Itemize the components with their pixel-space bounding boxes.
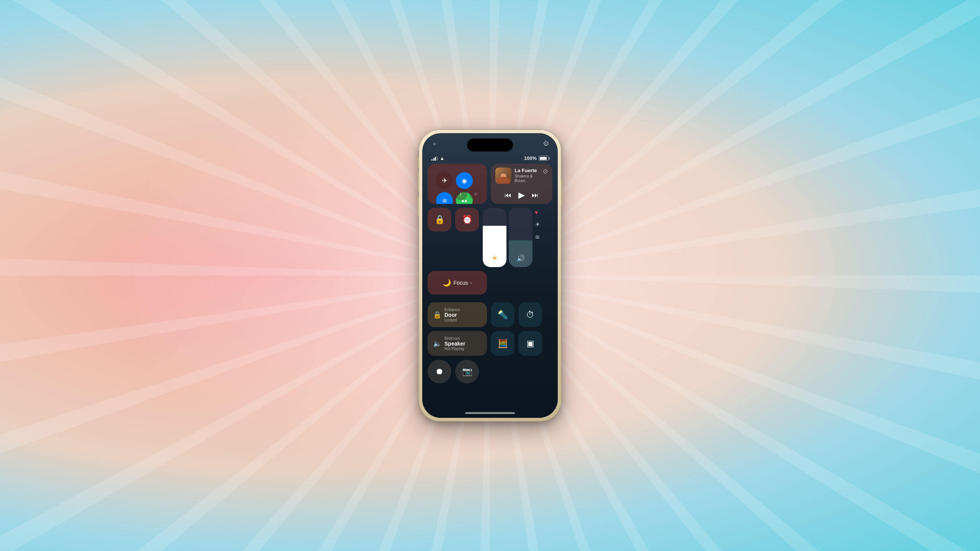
focus-label: Focus <box>453 280 468 286</box>
calculator-icon: 🧮 <box>498 339 508 349</box>
phone-frame: ▲ 100% ＋ ⏻ ✈ <box>419 130 561 421</box>
home-indicator <box>465 412 515 414</box>
mute-button[interactable] <box>418 157 419 168</box>
cc-row-1: ✈ ◉ ≋ ●● ᛒ ⊙ <box>428 164 552 204</box>
brightness-slider[interactable]: ☀ <box>483 208 506 267</box>
speaker-label-small: Bedroom <box>444 336 465 341</box>
battery-percent: 100% <box>524 155 537 161</box>
signal-bar-3 <box>435 157 436 161</box>
album-art <box>495 168 511 184</box>
focus-moon-icon: 🌙 <box>443 279 451 287</box>
rewind-button[interactable]: ⏮ <box>505 191 511 199</box>
battery-fill <box>540 157 547 160</box>
signal-wifi-area: ▲ <box>431 155 444 161</box>
control-center: ✈ ◉ ≋ ●● ᛒ ⊙ <box>428 164 552 406</box>
flashlight-button[interactable]: 🔦 <box>491 302 514 327</box>
sliders-area: ☀ 🔊 ♥ ☀ ≋ <box>483 208 540 267</box>
cast-button[interactable]: ⊙ <box>469 188 482 200</box>
cc-row-focus: 🌙 Focus › <box>428 271 552 298</box>
heart-icon[interactable]: ♥ <box>535 209 540 215</box>
fast-forward-button[interactable]: ⏭ <box>532 191 539 199</box>
cast-icon: ⊙ <box>474 192 477 197</box>
stopwatch-button[interactable]: ⏱ <box>518 302 542 327</box>
speaker-status: Not Playing <box>444 347 465 351</box>
screen-mirror-button[interactable]: ▣ <box>518 331 542 356</box>
hotspot-button[interactable]: ◉ <box>456 172 473 189</box>
screen-mirror-icon: ▣ <box>526 339 534 349</box>
music-info-area: La Fuerte Shakira & Bizarr... ⊙ <box>495 168 548 188</box>
door-lock-icon: 🔒 <box>433 311 441 319</box>
airplay-icon[interactable]: ⊙ <box>543 168 548 175</box>
phone-screen: ▲ 100% ＋ ⏻ ✈ <box>422 133 558 418</box>
side-icons: ♥ ☀ ≋ <box>535 208 540 241</box>
volume-down-button[interactable] <box>418 197 419 216</box>
music-title: La Fuerte <box>514 168 540 173</box>
power-icon[interactable]: ⏻ <box>543 140 549 146</box>
wifi-status-icon: ▲ <box>440 155 445 161</box>
door-label-main: Door <box>444 312 460 318</box>
bedroom-speaker-button[interactable]: 🔈 Bedroom Speaker Not Playing <box>428 331 487 356</box>
phone-body: ▲ 100% ＋ ⏻ ✈ <box>419 130 561 421</box>
focus-button[interactable]: 🌙 Focus › <box>428 271 487 295</box>
airplane-icon: ✈ <box>442 176 448 185</box>
speaker-icon: 🔈 <box>433 339 441 348</box>
door-label-small: Entrance <box>444 308 460 312</box>
status-bar: ▲ 100% <box>431 155 549 161</box>
music-info: La Fuerte Shakira & Bizarr... <box>514 168 540 183</box>
camera-icon: 📷 <box>462 367 472 377</box>
timer-small-icon: ⏰ <box>462 215 472 225</box>
play-pause-button[interactable]: ▶ <box>518 190 525 200</box>
signal-bar-4 <box>437 156 438 161</box>
dynamic-island <box>467 139 513 152</box>
entrance-door-button[interactable]: 🔒 Entrance Door Locked <box>428 302 487 327</box>
volume-up-button[interactable] <box>418 172 419 191</box>
bluetooth-button[interactable]: ᛒ <box>455 188 467 200</box>
screen-lock-button[interactable]: 🔒 <box>428 208 451 231</box>
add-control-icon[interactable]: ＋ <box>431 140 438 148</box>
hotspot-icon: ◉ <box>462 177 467 184</box>
connectivity-tile: ✈ ◉ ≋ ●● ᛒ ⊙ <box>428 164 487 204</box>
music-artist: Shakira & Bizarr... <box>514 174 540 183</box>
volume-icon: 🔊 <box>516 254 525 262</box>
cc-row-3: 🔒 Entrance Door Locked 🔦 ⏱ <box>428 302 552 327</box>
album-art-image <box>495 168 511 184</box>
focus-chevron-icon: › <box>470 280 472 285</box>
cc-row-5: ⏺ 📷 <box>428 360 552 383</box>
stopwatch-icon: ⏱ <box>526 310 534 320</box>
signal-bar-1 <box>431 159 433 161</box>
speaker-label-main: Speaker <box>444 341 465 347</box>
signal-bar-2 <box>433 158 434 161</box>
battery-area: 100% <box>524 155 549 161</box>
battery-icon <box>539 156 549 161</box>
music-controls: ⏮ ▶ ⏭ <box>495 190 548 200</box>
screen-brightness-icon[interactable]: ☀ <box>535 221 540 228</box>
volume-slider[interactable]: 🔊 <box>509 208 532 267</box>
cc-row-4: 🔈 Bedroom Speaker Not Playing 🧮 ▣ <box>428 331 552 356</box>
conn-bottom: ᛒ ⊙ <box>455 188 482 200</box>
timer-small-button[interactable]: ⏰ <box>455 208 479 231</box>
wifi-button[interactable]: ≋ <box>436 192 453 204</box>
camera-button[interactable]: 📷 <box>455 360 479 383</box>
signal-bars <box>431 156 438 161</box>
cc-row-2: 🔒 ⏰ ☀ <box>428 208 552 267</box>
flashlight-icon: 🔦 <box>498 310 508 320</box>
calculator-button[interactable]: 🧮 <box>491 331 514 356</box>
wifi-icon: ≋ <box>442 197 447 204</box>
door-info: Entrance Door Locked <box>444 308 460 322</box>
power-button[interactable] <box>561 180 562 207</box>
sound-wave-icon[interactable]: ≋ <box>535 233 540 241</box>
bluetooth-icon: ᛒ <box>459 191 462 197</box>
airplane-mode-button[interactable]: ✈ <box>436 172 453 189</box>
speaker-info: Bedroom Speaker Not Playing <box>444 336 465 351</box>
cc-row-2-left: 🔒 ⏰ <box>428 208 479 267</box>
music-tile: La Fuerte Shakira & Bizarr... ⊙ ⏮ ▶ ⏭ <box>491 164 552 204</box>
screen-lock-icon: 🔒 <box>434 215 445 225</box>
brightness-icon: ☀ <box>492 254 498 262</box>
screen-record-button[interactable]: ⏺ <box>428 360 451 383</box>
door-status: Locked <box>444 318 460 322</box>
screen-record-icon: ⏺ <box>435 367 444 377</box>
